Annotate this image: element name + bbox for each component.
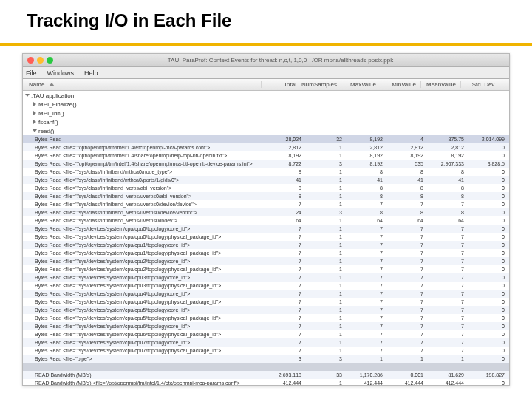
row-value: 875.75: [428, 135, 468, 143]
table-row[interactable]: Bytes Read <file="/sys/devices/system/cp…: [23, 265, 509, 273]
table-row[interactable]: Bytes Read <file="/sys/class/infiniband/…: [23, 168, 509, 176]
col-minvalue[interactable]: MinValue: [381, 81, 420, 88]
row-value: 1: [306, 322, 347, 330]
row-value: 7: [387, 241, 428, 249]
row-value: 412.444: [387, 379, 428, 385]
row-value: 1: [306, 233, 347, 241]
row-value: 7: [387, 273, 428, 282]
tree-node[interactable]: MPI_Init(): [23, 109, 509, 117]
table-row[interactable]: Bytes Read <file="/sys/devices/system/cp…: [23, 257, 509, 265]
row-value: 7: [347, 298, 387, 306]
row-value: 7: [428, 347, 468, 355]
row-value: 64: [265, 216, 306, 225]
row-value: 0: [468, 290, 509, 298]
chevron-right-icon: [33, 102, 36, 106]
tree-node[interactable]: read(): [23, 126, 509, 135]
row-name: Bytes Read <file="/sys/devices/system/cp…: [23, 282, 265, 290]
row-value: 4: [387, 135, 428, 143]
row-value: 7: [347, 249, 387, 257]
tree-node[interactable]: MPI_Finalize(): [23, 100, 509, 109]
table-row[interactable]: Bytes Read <file="/sys/devices/system/cp…: [23, 314, 509, 322]
row-value: 7: [387, 306, 428, 314]
table-header: Name Total NumSamples MaxValue MinValue …: [23, 79, 509, 91]
table-row[interactable]: Bytes Read <file="/opt/openmpi/tm/intel/…: [23, 151, 509, 160]
table-row[interactable]: Bytes Read <file="/sys/class/infiniband_…: [23, 200, 509, 208]
table-row[interactable]: Bytes Read <file="/sys/class/infiniband_…: [23, 192, 509, 200]
col-meanvalue[interactable]: MeanValue: [420, 81, 460, 88]
col-stddev[interactable]: Std. Dev.: [460, 81, 500, 88]
row-value: 1: [306, 273, 347, 282]
tree-node[interactable]: .TAU application: [23, 91, 509, 100]
slide-title: Tracking I/O in Each File: [27, 10, 231, 31]
row-value: 7: [428, 298, 468, 306]
col-maxvalue[interactable]: MaxValue: [341, 81, 381, 88]
col-numsamples[interactable]: NumSamples: [301, 81, 341, 88]
table-row[interactable]: Bytes Read <file="/sys/devices/system/cp…: [23, 282, 509, 290]
table-row[interactable]: Bytes Read <file="/opt/openmpi/tm/intel/…: [23, 143, 509, 151]
row-name: Bytes Read <file="/sys/devices/system/cp…: [23, 257, 265, 265]
table-row[interactable]: Bytes Read <file="/sys/devices/system/cp…: [23, 338, 509, 347]
row-name: Bytes Read <file="/sys/devices/system/cp…: [23, 233, 265, 241]
table-row[interactable]: Bytes Read <file="/sys/devices/system/cp…: [23, 290, 509, 298]
col-name[interactable]: Name: [23, 81, 261, 88]
row-value: 8: [428, 192, 468, 200]
table-row[interactable]: Bytes Read <file="/sys/devices/system/cp…: [23, 322, 509, 330]
row-value: 7: [265, 241, 306, 249]
table-row[interactable]: Bytes Read <file="/sys/class/infiniband_…: [23, 216, 509, 225]
menu-windows[interactable]: Windows: [47, 69, 75, 77]
table-row[interactable]: READ Bandwidth (MB/s) <file="/opt/openmp…: [23, 379, 509, 385]
titlebar[interactable]: TAU: ParaProf: Context Events for thread…: [23, 54, 509, 67]
row-value: 8: [265, 168, 306, 176]
row-value: 8: [347, 184, 387, 192]
row-value: 2,812: [265, 143, 306, 151]
row-value: 8,192: [347, 151, 387, 160]
table-row[interactable]: READ Bandwidth (MB/s)2,693.118331,170.28…: [23, 371, 509, 379]
table-row[interactable]: Bytes Read <file="/sys/class/infiniband_…: [23, 208, 509, 216]
zoom-icon[interactable]: [47, 57, 53, 64]
close-icon[interactable]: [27, 57, 34, 64]
row-value: 412.444: [265, 379, 306, 385]
row-value: 7: [347, 282, 387, 290]
menu-help[interactable]: Help: [84, 69, 98, 77]
row-value: 0: [468, 338, 509, 347]
table-row[interactable]: Bytes Read <file="/sys/devices/system/cp…: [23, 249, 509, 257]
sort-asc-icon: [49, 83, 55, 86]
row-value: 1: [306, 192, 347, 200]
row-value: 7: [265, 314, 306, 322]
row-value: 412.444: [428, 379, 468, 385]
table-row[interactable]: Bytes Read <file="/sys/devices/system/cp…: [23, 330, 509, 338]
minimize-icon[interactable]: [37, 57, 44, 64]
row-value: 1: [306, 241, 347, 249]
table-row[interactable]: Bytes Read <file="/sys/devices/system/cp…: [23, 347, 509, 355]
table-row[interactable]: Bytes Read <file="/sys/devices/system/cp…: [23, 233, 509, 241]
tree: .TAU application MPI_Finalize() MPI_Init…: [23, 91, 509, 135]
row-value: 0: [468, 249, 509, 257]
table-row[interactable]: Bytes Read <file="/sys/devices/system/cp…: [23, 273, 509, 282]
table-row[interactable]: Bytes Read <file="pipe">331110: [23, 355, 509, 363]
row-value: 1: [306, 143, 347, 151]
row-value: 3: [306, 355, 347, 363]
col-total[interactable]: Total: [261, 81, 301, 88]
row-value: 1: [306, 216, 347, 225]
row-value: 1: [347, 355, 387, 363]
tree-node[interactable]: fscanf(): [23, 117, 509, 126]
table-row[interactable]: [23, 363, 509, 371]
table-row[interactable]: Bytes Read <file="/sys/class/infiniband/…: [23, 176, 509, 184]
table-row[interactable]: Bytes Read <file="/sys/class/infiniband_…: [23, 184, 509, 192]
menu-file[interactable]: File: [26, 69, 37, 77]
table-row[interactable]: Bytes Read <file="/sys/devices/system/cp…: [23, 298, 509, 306]
row-value: 7: [387, 330, 428, 338]
row-name: Bytes Read <file="/sys/devices/system/cp…: [23, 314, 265, 322]
table-row[interactable]: Bytes Read <file="/sys/devices/system/cp…: [23, 306, 509, 314]
row-value: 7: [265, 225, 306, 233]
row-name: Bytes Read <file="/sys/class/infiniband_…: [23, 192, 265, 200]
table-row[interactable]: Bytes Read28,024328,1924875.752,014.099: [23, 135, 509, 143]
table-row[interactable]: Bytes Read <file="/opt/openmpi/tm/intel/…: [23, 160, 509, 168]
row-name: Bytes Read <file="/sys/class/infiniband/…: [23, 176, 265, 184]
row-value: 0: [468, 322, 509, 330]
row-value: 7: [428, 290, 468, 298]
row-value: 7: [428, 249, 468, 257]
table-row[interactable]: Bytes Read <file="/sys/devices/system/cp…: [23, 225, 509, 233]
accent-bar: [0, 43, 532, 46]
table-row[interactable]: Bytes Read <file="/sys/devices/system/cp…: [23, 241, 509, 249]
